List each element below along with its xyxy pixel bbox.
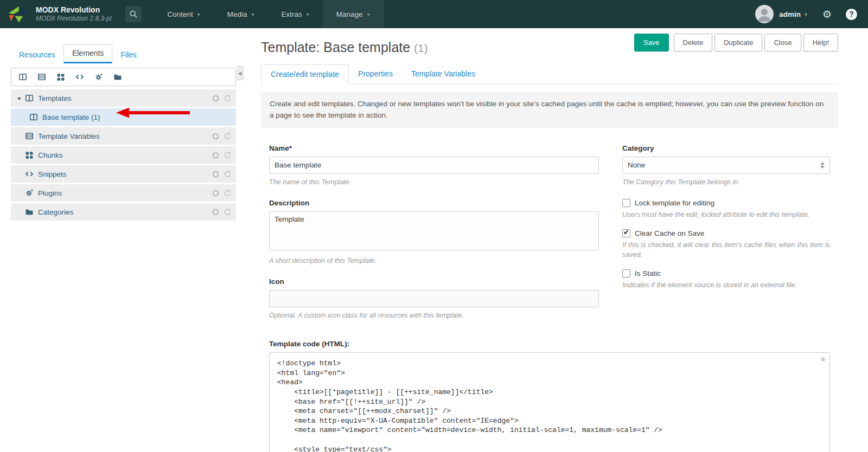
lock-checkbox-help: Users must have the edit_locked attribut… (622, 210, 830, 219)
sidebar-item-chunks[interactable]: Chunks (11, 146, 236, 164)
tree-item-label: Chunks (38, 151, 212, 159)
help-icon[interactable]: ? (846, 9, 857, 20)
icon-label: Icon (269, 277, 599, 286)
menu-content-label: Content (167, 10, 193, 18)
main-header: Template: Base template (1) Save Delete … (261, 28, 838, 55)
user-menu[interactable]: admin (779, 10, 801, 18)
sidebar-item-snippets[interactable]: Snippets (11, 165, 236, 183)
top-nav: Content ▾ Media ▾ Extras ▾ Manage ▾ (154, 0, 383, 28)
page-title: Template: Base template (1) (261, 40, 428, 55)
modx-logo-icon[interactable] (8, 4, 29, 24)
menu-manage-label: Manage (336, 10, 363, 18)
menu-manage[interactable]: Manage ▾ (323, 0, 384, 28)
tree-item-label: Base template (1) (42, 113, 232, 121)
duplicate-button[interactable]: Duplicate (714, 34, 762, 51)
tab-files[interactable]: Files (112, 47, 145, 63)
name-label: Name* (269, 144, 599, 152)
folder-icon[interactable] (113, 73, 122, 81)
sidebar-item-categories[interactable]: Categories (11, 203, 236, 221)
gears-icon (25, 189, 34, 197)
add-icon[interactable] (212, 189, 220, 197)
table-icon (25, 132, 34, 140)
refresh-icon[interactable] (224, 208, 232, 216)
save-button[interactable]: Save (634, 34, 669, 51)
template-tabs: Create/edit template Properties Template… (261, 64, 838, 85)
category-help: The Category this Template belongs in. (622, 177, 830, 187)
add-icon[interactable] (212, 151, 220, 159)
menu-media[interactable]: Media ▾ (214, 0, 268, 28)
chevron-down-icon: ▾ (252, 11, 254, 17)
sidebar-item-template-variables[interactable]: Template Variables (11, 127, 236, 145)
sidebar-item-templates[interactable]: Templates (11, 89, 236, 107)
is-static-checkbox[interactable] (622, 269, 630, 277)
close-button[interactable]: Close (764, 34, 801, 51)
add-icon[interactable] (212, 208, 220, 216)
topbar-right: admin ▾ ⚙ ? (755, 5, 868, 23)
avatar[interactable] (755, 5, 774, 23)
template-form: Name* The name of this Template. Descrip… (261, 144, 838, 332)
search-button[interactable] (125, 6, 142, 22)
description-field[interactable]: Template (269, 211, 599, 250)
help-button[interactable]: Help! (803, 34, 838, 51)
elements-toolbar (11, 68, 236, 86)
search-icon (129, 10, 138, 18)
main-content: Template: Base template (1) Save Delete … (250, 28, 868, 452)
page-title-id: (1) (414, 42, 428, 54)
code-icon[interactable] (75, 73, 84, 81)
category-select[interactable]: None (622, 157, 830, 174)
chevron-down-icon: ▾ (197, 11, 200, 17)
gear-icon[interactable]: ⚙ (822, 8, 832, 21)
lock-checkbox-label: Lock template for editing (635, 199, 714, 207)
panel-tabs: Resources Elements Files (11, 44, 250, 63)
name-field[interactable] (269, 157, 599, 174)
tab-template-variables[interactable]: Template Variables (402, 64, 484, 84)
refresh-icon[interactable] (224, 189, 232, 197)
grid-icon[interactable] (56, 73, 65, 81)
tab-resources[interactable]: Resources (11, 47, 63, 63)
add-icon[interactable] (212, 132, 220, 140)
refresh-icon[interactable] (224, 94, 232, 102)
sidebar-item-plugins[interactable]: Plugins (11, 184, 236, 202)
left-panel: Resources Elements Files ◀ Templates (0, 28, 250, 452)
columns-icon (29, 113, 38, 121)
tree-item-label: Template Variables (38, 132, 212, 140)
menu-content[interactable]: Content ▾ (154, 0, 213, 28)
template-code-label: Template code (HTML): (269, 340, 838, 348)
template-code-editor[interactable]: <!doctype html> <html lang="en"> <head> … (269, 352, 830, 452)
refresh-icon[interactable] (224, 132, 232, 140)
tab-create-edit-template[interactable]: Create/edit template (261, 64, 349, 85)
caret-down-icon[interactable] (16, 94, 25, 102)
add-icon[interactable] (212, 170, 220, 178)
add-icon[interactable] (212, 94, 220, 102)
select-arrows-icon (820, 162, 825, 169)
info-message: Create and edit templates. Changed or ne… (261, 92, 838, 128)
clear-cache-checkbox-row[interactable]: Clear Cache on Save (622, 229, 830, 237)
chevron-down-icon: ▾ (307, 11, 309, 17)
refresh-icon[interactable] (224, 170, 232, 178)
refresh-icon[interactable] (224, 151, 232, 159)
tree-item-base-template[interactable]: Base template (1) (11, 108, 236, 126)
menu-extras[interactable]: Extras ▾ (268, 0, 323, 28)
description-label: Description (269, 199, 599, 207)
lock-checkbox[interactable] (622, 199, 630, 207)
folder-icon (25, 208, 34, 216)
resize-grip-icon[interactable] (821, 357, 825, 361)
clear-cache-checkbox[interactable] (622, 229, 630, 237)
columns-icon[interactable] (18, 73, 27, 81)
tab-properties[interactable]: Properties (349, 64, 402, 84)
menu-media-label: Media (227, 10, 247, 18)
table-icon[interactable] (37, 73, 46, 81)
app-title: MODX Revolution (36, 5, 111, 15)
chevron-down-icon[interactable]: ▾ (805, 11, 807, 17)
lock-checkbox-row[interactable]: Lock template for editing (622, 199, 830, 207)
template-code-content[interactable]: <!doctype html> <html lang="en"> <head> … (277, 359, 822, 452)
panel-collapse-handle[interactable]: ◀ (237, 66, 244, 80)
elements-tree: Templates Base template (1) Template Var… (11, 89, 236, 221)
delete-button[interactable]: Delete (674, 34, 713, 51)
icon-field[interactable] (269, 290, 599, 307)
chevron-down-icon: ▾ (367, 11, 370, 17)
tab-elements[interactable]: Elements (63, 44, 112, 63)
gears-icon[interactable] (94, 73, 103, 81)
description-help: A short description of this Template. (269, 256, 599, 266)
is-static-checkbox-row[interactable]: Is Static (622, 269, 830, 277)
